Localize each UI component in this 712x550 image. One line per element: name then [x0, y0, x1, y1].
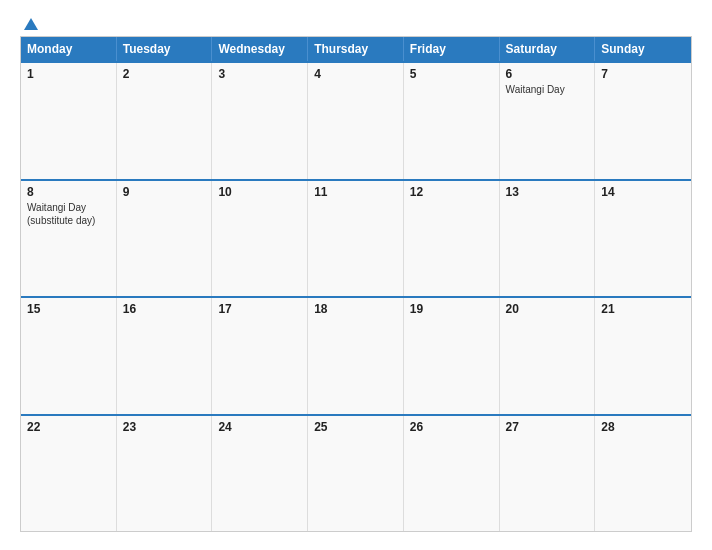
day-number: 10 [218, 185, 301, 199]
day-number: 2 [123, 67, 206, 81]
week-row-1: 123456Waitangi Day7 [21, 61, 691, 179]
day-cell-19: 19 [404, 298, 500, 414]
day-number: 19 [410, 302, 493, 316]
day-header-saturday: Saturday [500, 37, 596, 61]
day-cell-26: 26 [404, 416, 500, 532]
day-cell-1: 1 [21, 63, 117, 179]
holiday-label: Waitangi Day (substitute day) [27, 201, 110, 227]
calendar: MondayTuesdayWednesdayThursdayFridaySatu… [20, 36, 692, 532]
logo [20, 18, 38, 30]
day-number: 13 [506, 185, 589, 199]
day-number: 18 [314, 302, 397, 316]
day-cell-22: 22 [21, 416, 117, 532]
day-cell-18: 18 [308, 298, 404, 414]
header [20, 18, 692, 30]
day-number: 27 [506, 420, 589, 434]
day-number: 16 [123, 302, 206, 316]
week-row-4: 22232425262728 [21, 414, 691, 532]
day-cell-15: 15 [21, 298, 117, 414]
day-number: 5 [410, 67, 493, 81]
day-cell-8: 8Waitangi Day (substitute day) [21, 181, 117, 297]
day-header-tuesday: Tuesday [117, 37, 213, 61]
day-cell-23: 23 [117, 416, 213, 532]
day-cell-12: 12 [404, 181, 500, 297]
day-cell-10: 10 [212, 181, 308, 297]
page: MondayTuesdayWednesdayThursdayFridaySatu… [0, 0, 712, 550]
day-number: 9 [123, 185, 206, 199]
logo-triangle-icon [24, 18, 38, 30]
day-cell-11: 11 [308, 181, 404, 297]
day-number: 14 [601, 185, 685, 199]
day-number: 24 [218, 420, 301, 434]
day-number: 1 [27, 67, 110, 81]
day-number: 4 [314, 67, 397, 81]
day-number: 21 [601, 302, 685, 316]
day-number: 6 [506, 67, 589, 81]
calendar-header-row: MondayTuesdayWednesdayThursdayFridaySatu… [21, 37, 691, 61]
day-cell-14: 14 [595, 181, 691, 297]
day-number: 8 [27, 185, 110, 199]
day-number: 25 [314, 420, 397, 434]
day-cell-13: 13 [500, 181, 596, 297]
week-row-2: 8Waitangi Day (substitute day)9101112131… [21, 179, 691, 297]
calendar-body: 123456Waitangi Day78Waitangi Day (substi… [21, 61, 691, 531]
day-cell-5: 5 [404, 63, 500, 179]
day-cell-25: 25 [308, 416, 404, 532]
day-cell-21: 21 [595, 298, 691, 414]
day-cell-27: 27 [500, 416, 596, 532]
day-cell-3: 3 [212, 63, 308, 179]
day-cell-6: 6Waitangi Day [500, 63, 596, 179]
day-header-monday: Monday [21, 37, 117, 61]
day-number: 15 [27, 302, 110, 316]
day-number: 12 [410, 185, 493, 199]
day-number: 23 [123, 420, 206, 434]
day-cell-28: 28 [595, 416, 691, 532]
week-row-3: 15161718192021 [21, 296, 691, 414]
day-header-wednesday: Wednesday [212, 37, 308, 61]
day-number: 11 [314, 185, 397, 199]
day-header-sunday: Sunday [595, 37, 691, 61]
day-number: 28 [601, 420, 685, 434]
day-cell-16: 16 [117, 298, 213, 414]
day-number: 7 [601, 67, 685, 81]
day-cell-17: 17 [212, 298, 308, 414]
day-number: 17 [218, 302, 301, 316]
day-number: 20 [506, 302, 589, 316]
day-number: 22 [27, 420, 110, 434]
day-cell-7: 7 [595, 63, 691, 179]
holiday-label: Waitangi Day [506, 83, 589, 96]
day-cell-4: 4 [308, 63, 404, 179]
day-cell-24: 24 [212, 416, 308, 532]
day-cell-2: 2 [117, 63, 213, 179]
day-header-friday: Friday [404, 37, 500, 61]
day-cell-20: 20 [500, 298, 596, 414]
day-number: 3 [218, 67, 301, 81]
day-header-thursday: Thursday [308, 37, 404, 61]
day-cell-9: 9 [117, 181, 213, 297]
day-number: 26 [410, 420, 493, 434]
